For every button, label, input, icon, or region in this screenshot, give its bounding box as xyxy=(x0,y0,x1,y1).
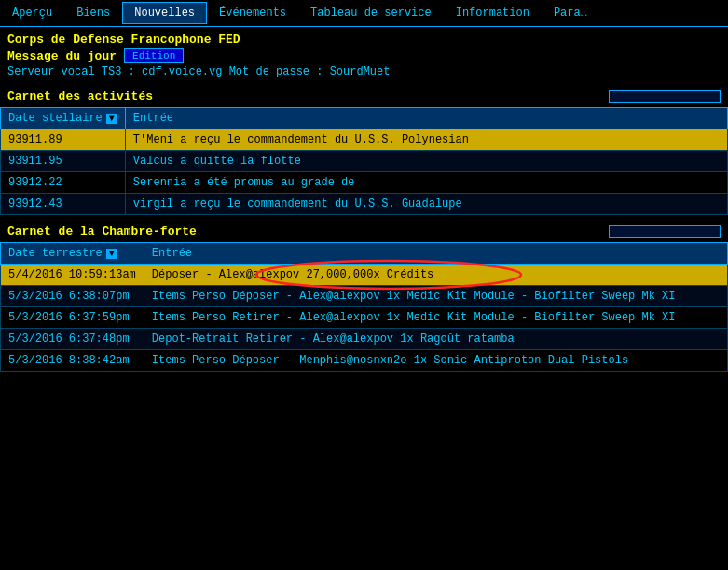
nav-information[interactable]: Information xyxy=(444,2,542,24)
sort-arrow-terrestre[interactable]: ▼ xyxy=(106,249,117,259)
table-row[interactable]: 5/3/2016 8:38:42am Items Perso Déposer -… xyxy=(1,350,728,372)
top-navigation: Aperçu Biens Nouvelles Événements Tablea… xyxy=(0,0,728,27)
scroll-indicator-activites[interactable] xyxy=(609,90,721,103)
activites-col-date[interactable]: Date stellaire ▼ xyxy=(1,108,126,129)
cell-date: 5/4/2016 10:59:13am xyxy=(1,265,144,286)
table-row[interactable]: 93911.95 Valcus a quitté la flotte xyxy=(1,151,728,172)
message-row: Message du jour Edition xyxy=(7,48,721,63)
cell-entry: Déposer - Alex@alexpov 27,000,000x Crédi… xyxy=(144,265,727,286)
cell-entry: virgil a reçu le commandement du U.S.S. … xyxy=(125,194,727,215)
table-row[interactable]: 5/3/2016 6:37:48pm Depot-Retrait Retirer… xyxy=(1,329,728,350)
cell-date: 93911.95 xyxy=(1,151,126,172)
cell-date: 93912.43 xyxy=(1,194,126,215)
nav-para[interactable]: Para… xyxy=(542,2,599,24)
table-row[interactable]: 5/3/2016 6:38:07pm Items Perso Déposer -… xyxy=(1,286,728,307)
table-row[interactable]: 5/4/2016 10:59:13am Déposer - Alex@alexp… xyxy=(1,265,728,286)
cell-date: 5/3/2016 6:38:07pm xyxy=(1,286,144,307)
table-row[interactable]: 93911.89 T'Meni a reçu le commandement d… xyxy=(1,129,728,151)
svg-point-0 xyxy=(256,261,521,289)
cell-entry: Items Perso Retirer - Alex@alexpov 1x Me… xyxy=(144,307,727,329)
nav-evenements[interactable]: Événements xyxy=(207,2,298,24)
cell-date: 5/3/2016 8:38:42am xyxy=(1,350,144,372)
chambre-col-entry: Entrée xyxy=(144,243,727,265)
chambre-table: Date terrestre ▼ Entrée 5/4/2016 10:59:1… xyxy=(0,242,728,372)
table-row[interactable]: 5/3/2016 6:37:59pm Items Perso Retirer -… xyxy=(1,307,728,329)
edition-button[interactable]: Edition xyxy=(124,48,184,63)
cell-entry: Items Perso Déposer - Alex@alexpov 1x Me… xyxy=(144,286,727,307)
cell-entry: Valcus a quitté la flotte xyxy=(125,151,727,172)
cell-entry: Depot-Retrait Retirer - Alex@alexpov 1x … xyxy=(144,329,727,350)
cell-entry: T'Meni a reçu le commandement du U.S.S. … xyxy=(125,129,727,151)
cell-date: 93912.22 xyxy=(1,172,126,194)
carnet-chambre-title: Carnet de la Chambre-forte xyxy=(0,219,728,242)
cell-entry: Items Perso Déposer - Menphis@nosnxn2o 1… xyxy=(144,350,727,372)
cell-date: 5/3/2016 6:37:48pm xyxy=(1,329,144,350)
scroll-indicator-chambre[interactable] xyxy=(609,225,721,238)
chambre-col-date[interactable]: Date terrestre ▼ xyxy=(1,243,144,265)
sort-arrow-date[interactable]: ▼ xyxy=(106,114,117,124)
nav-nouvelles[interactable]: Nouvelles xyxy=(122,2,207,24)
activites-table: Date stellaire ▼ Entrée 93911.89 T'Meni … xyxy=(0,107,728,215)
corp-title: Corps de Defense Francophone FED xyxy=(7,33,721,47)
cell-entry: Serennia a été promus au grade de xyxy=(125,172,727,194)
nav-biens[interactable]: Biens xyxy=(64,2,122,24)
server-info: Serveur vocal TS3 : cdf.voice.vg Mot de … xyxy=(7,65,721,78)
carnet-activites-title: Carnet des activités xyxy=(0,84,728,107)
nav-tableau[interactable]: Tableau de service xyxy=(298,2,444,24)
nav-apercu[interactable]: Aperçu xyxy=(0,2,64,24)
cell-date: 93911.89 xyxy=(1,129,126,151)
table-row[interactable]: 93912.22 Serennia a été promus au grade … xyxy=(1,172,728,194)
activites-col-entry: Entrée xyxy=(125,108,727,129)
message-label: Message du jour xyxy=(7,49,117,63)
header-section: Corps de Defense Francophone FED Message… xyxy=(0,27,728,84)
table-row[interactable]: 93912.43 virgil a reçu le commandement d… xyxy=(1,194,728,215)
cell-date: 5/3/2016 6:37:59pm xyxy=(1,307,144,329)
